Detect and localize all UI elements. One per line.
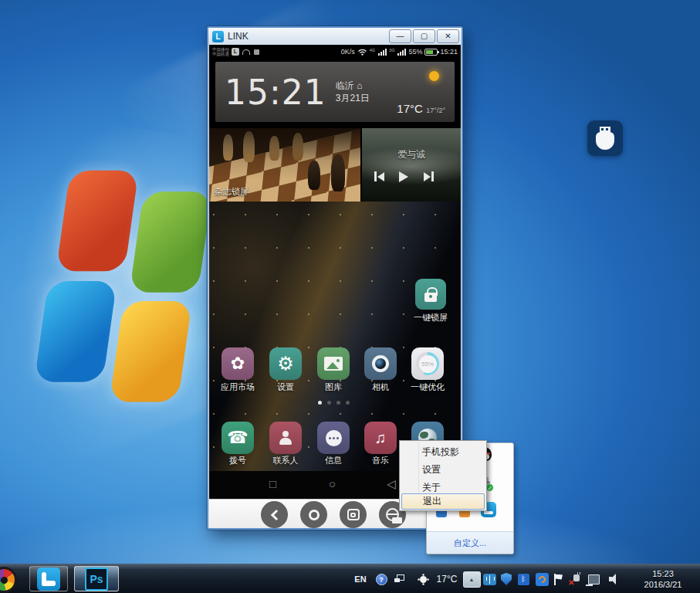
- flag-red-panel: [56, 171, 139, 272]
- messages-app-icon[interactable]: [317, 422, 350, 454]
- widget-city: 临沂: [336, 80, 354, 91]
- camera-app-icon[interactable]: [364, 347, 397, 380]
- menu-item-projection[interactable]: 手机投影: [401, 443, 485, 460]
- taskbar-link-button[interactable]: [29, 566, 68, 591]
- recents-hint-icon[interactable]: □: [269, 477, 276, 490]
- sun-icon: [420, 576, 427, 583]
- camera-lens-icon: [372, 355, 389, 372]
- link-context-menu: 手机投影 设置 关于 退出: [399, 440, 487, 511]
- desktop: L LINK — ▢ ✕ 中国移动 中国联通 L 0K/s: [0, 0, 700, 593]
- window-switch-tray-icon[interactable]: [391, 564, 407, 593]
- previous-track-button[interactable]: [374, 171, 384, 181]
- contacts-app-icon[interactable]: [269, 422, 302, 454]
- restore-button[interactable]: ▢: [413, 29, 435, 43]
- music-app-icon[interactable]: ♫: [364, 422, 397, 454]
- wifi-icon: [357, 48, 367, 56]
- picture-icon: [324, 357, 343, 371]
- page-indicator: [318, 401, 350, 405]
- caret-up-icon: ▲: [463, 571, 481, 588]
- power-tray-icon[interactable]: ✕: [566, 564, 583, 593]
- flag-green-panel: [130, 191, 212, 293]
- network-speed: 0K/s: [341, 48, 355, 56]
- phone-status-bar: 中国移动 中国联通 L 0K/s 4G 3G: [209, 45, 461, 59]
- language-indicator[interactable]: EN: [351, 564, 370, 593]
- back-hint-icon[interactable]: ◁: [387, 477, 396, 491]
- optimize-percent: 55%: [419, 355, 437, 373]
- battery-percent: 55%: [408, 48, 422, 56]
- network-icon: [588, 574, 600, 585]
- clock-weather-widget[interactable]: 15:21 临沂 ⌂ 3月21日 17°C 17°/2°: [215, 62, 455, 122]
- net-type-3g: 3G: [389, 48, 394, 53]
- chat-bubble-icon: [326, 430, 342, 446]
- sunny-weather-icon: [429, 71, 439, 81]
- home-ring-icon: [309, 510, 320, 520]
- customize-link[interactable]: 自定义...: [427, 531, 513, 554]
- huawei-flower-icon: ✿: [231, 354, 245, 374]
- taskbar: Ps EN ? 17°C ▲ ᛒ ✕ 15:23 2016/3/21: [0, 564, 700, 593]
- dialer-app-icon[interactable]: ☎: [221, 422, 254, 454]
- bluetooth-tray-icon[interactable]: ᛒ: [516, 564, 531, 593]
- bluetooth-icon: ᛒ: [518, 574, 529, 585]
- phone-mirror-screen[interactable]: 中国移动 中国联通 L 0K/s 4G 3G: [209, 45, 461, 499]
- recents-icon: [347, 509, 360, 520]
- headset-icon: [242, 49, 250, 55]
- security-shield-tray-icon[interactable]: [499, 564, 514, 593]
- close-button[interactable]: ✕: [437, 29, 459, 43]
- music-widget[interactable]: 爱与诚: [362, 128, 461, 202]
- vpn-icon: [254, 49, 259, 55]
- home-button[interactable]: [300, 501, 327, 528]
- usb-connect-icon[interactable]: [587, 120, 623, 156]
- one-key-lock-icon[interactable]: [415, 279, 446, 310]
- plug-icon: ✕: [569, 573, 581, 585]
- usb-notch: [606, 128, 608, 130]
- usb-notch: [601, 128, 604, 130]
- back-button[interactable]: [261, 501, 288, 528]
- temperature-readout: 17°C: [433, 564, 461, 593]
- widget-time: 15:21: [225, 73, 326, 112]
- volume-tray-icon[interactable]: [605, 564, 624, 593]
- swirl-icon: [536, 573, 549, 586]
- help-tray-icon[interactable]: ?: [374, 564, 389, 593]
- window-titlebar[interactable]: L LINK — ▢ ✕: [208, 28, 462, 45]
- usb-connector: [600, 127, 610, 132]
- link-notification-icon: L: [232, 48, 239, 56]
- recents-button[interactable]: [340, 501, 367, 528]
- flag-yellow-panel: [110, 301, 192, 402]
- taskbar-clock[interactable]: 15:23 2016/3/21: [629, 564, 697, 593]
- action-center-tray-icon[interactable]: [550, 564, 566, 593]
- optimizer-app-icon[interactable]: 55%: [411, 347, 444, 380]
- battery-icon: [424, 49, 438, 56]
- network-tray-icon[interactable]: [584, 564, 603, 593]
- app-market-icon[interactable]: ✿: [221, 347, 254, 380]
- phone-handset-icon: ☎: [227, 428, 248, 448]
- window-title: LINK: [228, 31, 249, 42]
- taskbar-photoshop-button[interactable]: Ps: [74, 566, 119, 591]
- home-hint-icon[interactable]: ○: [329, 477, 336, 490]
- gallery-app-icon[interactable]: [317, 347, 350, 380]
- usb-tray-icon[interactable]: [482, 564, 497, 593]
- question-icon: ?: [376, 574, 387, 585]
- one-key-lock-label: 一键锁屏: [403, 312, 458, 324]
- menu-item-exit[interactable]: 退出: [401, 493, 485, 510]
- usb-icon: [483, 574, 496, 585]
- clock-time: 15:23: [652, 568, 674, 579]
- keyboard-icon: [392, 517, 402, 524]
- signal-bars-icon: [378, 49, 387, 56]
- net-type-4g: 4G: [370, 48, 375, 53]
- play-button[interactable]: [399, 171, 408, 182]
- person-icon: [279, 431, 293, 445]
- minimize-button[interactable]: —: [389, 29, 411, 43]
- next-track-button[interactable]: [424, 171, 434, 181]
- magazine-widget[interactable]: 杂志锁屏: [209, 128, 360, 202]
- magazine-label: 杂志锁屏: [215, 186, 249, 198]
- show-hidden-icons-button[interactable]: ▲: [462, 564, 482, 593]
- download-manager-tray-icon[interactable]: [533, 564, 550, 593]
- music-note-icon: ♫: [375, 429, 387, 447]
- gear-icon: ⚙: [277, 353, 294, 374]
- start-launcher-icon[interactable]: [0, 567, 17, 593]
- settings-app-icon[interactable]: ⚙: [269, 347, 302, 380]
- menu-item-settings[interactable]: 设置: [401, 461, 485, 478]
- widget-date: 3月21日: [336, 92, 370, 104]
- link-app-icon: [37, 568, 60, 591]
- weather-tray-icon[interactable]: [414, 564, 432, 593]
